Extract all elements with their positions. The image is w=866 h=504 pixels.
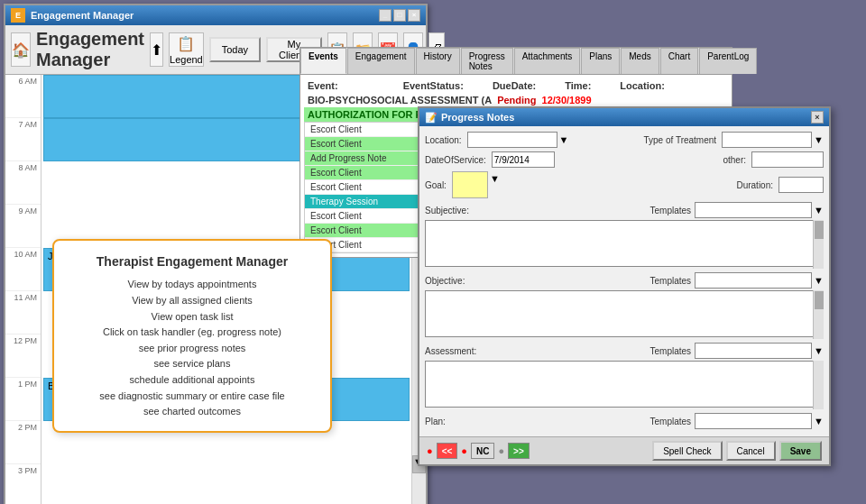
info-line-1: View by todays appointments	[69, 277, 316, 293]
info-line-4: Click on task handler (eg. progress note…	[69, 325, 316, 341]
time-slot-12pm: 12 PM	[5, 334, 41, 378]
subjective-label: Subjective:	[425, 206, 469, 215]
obj-scrollbar[interactable]	[813, 290, 824, 339]
tab-engagement[interactable]: Engagement	[347, 48, 415, 74]
home-icon-btn[interactable]: 🏠	[11, 32, 31, 67]
time-slot-1pm: 1 PM	[5, 378, 41, 421]
goal-dropdown-arrow[interactable]: ▼	[490, 173, 500, 184]
goal-label: Goal:	[425, 180, 447, 190]
app-icon: E	[11, 8, 25, 23]
subjective-templates-row: Subjective: Templates ▼	[425, 202, 824, 218]
location-dropdown-arrow[interactable]: ▼	[559, 134, 569, 145]
tab-meds[interactable]: Meds	[621, 48, 659, 74]
plan-templates-row: Plan: Templates ▼	[425, 413, 824, 429]
subj-scroll-thumb	[815, 221, 824, 239]
legend-icon: 📋	[177, 35, 195, 52]
save-btn[interactable]: Save	[779, 441, 822, 461]
info-line-5: see prior progress notes	[69, 341, 316, 357]
plan-label: Plan:	[425, 417, 446, 426]
subjective-templates-input[interactable]	[695, 202, 812, 218]
objective-templates-label: Templates	[650, 276, 692, 286]
goal-box[interactable]	[452, 171, 488, 198]
objective-templates-row: Objective: Templates ▼	[425, 272, 824, 289]
assessment-templates-row: Assessment: Templates ▼	[425, 343, 824, 359]
location-input[interactable]	[467, 132, 557, 148]
radio-dot-2: ●	[461, 445, 467, 456]
toolbar-title: Engagement Manager	[36, 29, 144, 70]
legend-back-btn[interactable]: <<	[437, 443, 458, 459]
today-button[interactable]: Today	[209, 37, 261, 62]
other-label: other:	[723, 155, 746, 165]
time-slot-10am: 10 AM	[5, 248, 41, 291]
tab-progress-notes[interactable]: Progress Notes	[461, 48, 513, 74]
legend-label: Legend	[170, 54, 203, 65]
date-of-service-input[interactable]	[492, 151, 555, 168]
goal-row: Goal: ▼ Duration:	[425, 171, 824, 198]
type-dropdown-arrow[interactable]: ▼	[814, 134, 824, 145]
assessment-textarea[interactable]	[425, 361, 824, 408]
plan-dropdown-arrow[interactable]: ▼	[814, 416, 824, 426]
nav-icon: ⬆	[151, 41, 162, 59]
footer-actions: Spell Check Cancel Save	[652, 441, 822, 461]
minimize-btn[interactable]: _	[379, 9, 392, 22]
info-line-8: see diagnostic summary or entire case fi…	[69, 389, 316, 405]
bio-event-status: Pending	[497, 95, 536, 105]
tab-history[interactable]: History	[416, 48, 460, 74]
objective-templates-input[interactable]	[695, 272, 812, 289]
tab-plans[interactable]: Plans	[581, 48, 620, 74]
assessment-templates-label: Templates	[650, 346, 692, 356]
info-box-title: Therapist Engagement Manager	[69, 252, 316, 271]
cancel-btn[interactable]: Cancel	[726, 441, 776, 461]
legend-nc-btn[interactable]: NC	[471, 443, 494, 459]
assess-dropdown-arrow[interactable]: ▼	[814, 345, 824, 356]
obj-scroll-thumb	[815, 291, 824, 309]
dialog-title: Progress Notes	[441, 112, 514, 123]
header-status: EventStatus:	[403, 80, 464, 91]
close-btn[interactable]: ×	[408, 9, 420, 22]
radio-dot-3: ●	[498, 445, 504, 456]
time-slot-8am: 8 AM	[5, 161, 41, 205]
subj-dropdown-arrow[interactable]: ▼	[814, 205, 824, 215]
assess-scrollbar[interactable]	[813, 361, 824, 409]
header-event: Event:	[308, 80, 338, 91]
obj-dropdown-arrow[interactable]: ▼	[814, 275, 824, 286]
nav-icon-btn[interactable]: ⬆	[150, 32, 163, 67]
tab-parentlog[interactable]: ParentLog	[699, 48, 757, 74]
legend-btn[interactable]: 📋 Legend	[169, 32, 204, 67]
spell-check-btn[interactable]: Spell Check	[652, 441, 722, 461]
legend-forward-btn[interactable]: >>	[508, 443, 530, 459]
tab-events[interactable]: Events	[300, 48, 346, 74]
assessment-templates-input[interactable]	[695, 343, 812, 359]
location-row: Location: ▼ Type of Treatment ▼	[425, 132, 824, 148]
header-location: Location:	[620, 80, 665, 91]
date-of-service-label: DateOfService:	[425, 155, 486, 165]
time-slot-3pm: 3 PM	[5, 464, 41, 504]
type-of-treatment-input[interactable]	[722, 132, 812, 148]
dialog-close-btn[interactable]: ×	[811, 111, 824, 124]
bio-event-row[interactable]: BIO-PSYCHOSOCIAL ASSESSMENT (A Pending 1…	[304, 93, 728, 107]
info-line-2: View by all assigned clients	[69, 293, 316, 309]
maximize-btn[interactable]: □	[393, 9, 406, 22]
time-slot-11am: 11 AM	[5, 291, 41, 334]
home-icon: 🏠	[12, 41, 30, 59]
window-title: Engagement Manager	[31, 10, 134, 21]
type-of-treatment-label: Type of Treatment	[644, 135, 717, 145]
time-column: 6 AM 7 AM 8 AM 9 AM 10 AM 11 AM 12 PM 1 …	[5, 75, 41, 504]
plan-templates-label: Templates	[650, 417, 692, 426]
subjective-textarea[interactable]	[425, 220, 824, 267]
bio-event-name: BIO-PSYCHOSOCIAL ASSESSMENT (A	[308, 95, 492, 105]
time-slot-6am: 6 AM	[5, 75, 41, 118]
plan-templates-input[interactable]	[695, 413, 812, 429]
info-line-7: schedule additional appoints	[69, 372, 316, 389]
dialog-title-icon: 📝	[425, 112, 438, 124]
other-input[interactable]	[751, 151, 824, 168]
tab-chart[interactable]: Chart	[660, 48, 698, 74]
duration-label: Duration:	[736, 180, 773, 190]
subj-scrollbar[interactable]	[813, 220, 824, 269]
tab-attachments[interactable]: Attachments	[514, 48, 581, 74]
duration-input[interactable]	[778, 177, 824, 193]
time-slot-9am: 9 AM	[5, 205, 41, 248]
location-label: Location:	[425, 135, 462, 145]
objective-textarea[interactable]	[425, 290, 824, 337]
progress-notes-dialog: 📝 Progress Notes × Location: ▼ Type of T…	[418, 106, 831, 466]
